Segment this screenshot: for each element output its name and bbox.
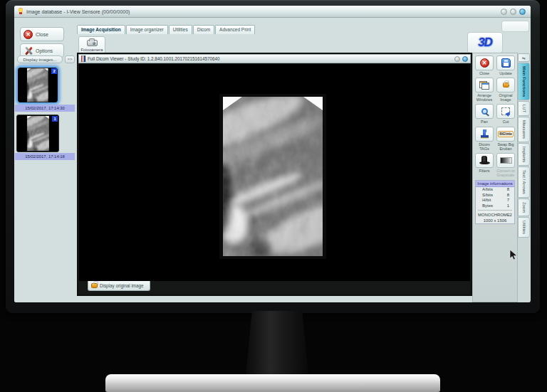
floppy-disk-icon bbox=[501, 58, 511, 68]
close-button[interactable]: Close bbox=[20, 27, 64, 41]
monitor-stand-neck bbox=[246, 311, 308, 375]
display-original-image-label: Display original image bbox=[100, 283, 144, 288]
viewer-canvas[interactable] bbox=[79, 64, 470, 281]
app-icon bbox=[18, 8, 24, 16]
main-functions-panel: Close Update Arrange Windows Original Im… bbox=[472, 53, 518, 302]
thumbnail-xray-image bbox=[26, 115, 50, 152]
logo-3d-button[interactable]: 3D bbox=[467, 32, 503, 53]
thumbnail-item-1[interactable]: 2 bbox=[16, 66, 59, 104]
magnifier-icon bbox=[481, 108, 488, 115]
collapse-panel-button[interactable]: >> bbox=[65, 55, 75, 63]
side-tab-utilities[interactable]: Utilities bbox=[518, 217, 530, 238]
lock-icon bbox=[91, 283, 98, 288]
tool-pan[interactable]: Pan bbox=[474, 102, 495, 125]
grayscale-gradient-icon bbox=[500, 157, 512, 164]
minimize-button[interactable] bbox=[501, 9, 507, 15]
fotocamera-label: Fotocamera bbox=[81, 48, 103, 52]
side-tab-lut[interactable]: LUT bbox=[518, 101, 530, 116]
lock-icon bbox=[503, 83, 509, 88]
image-informations-header: Image informations bbox=[476, 181, 514, 187]
info-row-hbit: H/bit7 bbox=[476, 198, 514, 203]
tab-utilities[interactable]: Utilities bbox=[169, 25, 192, 34]
stamp-icon bbox=[480, 129, 489, 139]
toolbar-group-box bbox=[501, 21, 529, 32]
big-endian-icon: BIGlittle bbox=[498, 131, 514, 137]
side-tab-implants[interactable]: Implants bbox=[518, 143, 530, 166]
xray-image[interactable] bbox=[219, 94, 326, 259]
cut-selection-icon bbox=[501, 107, 510, 115]
mouse-cursor bbox=[509, 249, 518, 260]
viewer-title: Full Dicom Viewer - Study ID: 1.2.840.10… bbox=[88, 56, 219, 61]
thumbnail-badge: 2 bbox=[51, 68, 57, 74]
image-dimensions-value: 1000 x 1506 bbox=[476, 218, 514, 223]
image-informations-panel: Image informations A/bits8 S/bits8 H/bit… bbox=[475, 180, 515, 224]
app-titlebar: Image database - I-View Sensore (00/00/0… bbox=[14, 6, 531, 18]
viewer-bottom-strip: Display original image bbox=[79, 281, 470, 294]
app-title: Image database - I-View Sensore (00/00/0… bbox=[26, 9, 130, 14]
thumbnail-xray-image bbox=[26, 68, 49, 102]
info-row-abits: A/bits8 bbox=[476, 187, 514, 193]
side-tab-measures[interactable]: Measures bbox=[518, 117, 530, 142]
close-icon bbox=[24, 30, 33, 39]
logo-3d-text: 3D bbox=[478, 36, 492, 50]
display-images-header[interactable]: Display images... bbox=[17, 55, 63, 63]
thumbnail-badge: 1 bbox=[52, 116, 58, 122]
side-tab-text-arrows[interactable]: Text / Arrows bbox=[518, 166, 530, 198]
arrange-windows-icon bbox=[479, 81, 489, 90]
thumbnail-panel: 2 15/02/2017, 17:14:30 1 15/02/2017, 17:… bbox=[14, 65, 75, 302]
photometric-value: MONOCHROME2 bbox=[476, 212, 514, 218]
close-window-button[interactable] bbox=[519, 9, 526, 15]
tool-cut[interactable]: Cut bbox=[495, 102, 516, 125]
tools-icon bbox=[24, 46, 33, 55]
tool-close[interactable]: Close bbox=[474, 54, 495, 76]
thumbnail-item-2[interactable]: 1 bbox=[16, 115, 59, 152]
side-tabstrip: ⇆ Main Functions LUT Measures Implants T… bbox=[518, 53, 530, 302]
monitor-stand-base bbox=[105, 374, 440, 392]
tool-filters[interactable]: Filters bbox=[474, 152, 495, 178]
tool-original-image[interactable]: Original Image bbox=[495, 76, 516, 102]
viewer-window-controls bbox=[454, 56, 468, 62]
tool-arrange-windows[interactable]: Arrange Windows bbox=[474, 76, 495, 102]
tab-image-acquisition[interactable]: Image Acquisition bbox=[77, 25, 125, 34]
side-tab-main-functions[interactable]: Main Functions bbox=[518, 63, 530, 100]
thumbnail-date: 15/02/2017, 17:14:30 bbox=[15, 105, 75, 112]
tab-advanced-print[interactable]: Advanced Print bbox=[215, 25, 255, 34]
panel-expand-icon[interactable]: ⇆ bbox=[518, 53, 530, 62]
window-controls bbox=[501, 9, 526, 15]
options-button-label: Options bbox=[36, 48, 53, 53]
tool-convert-grayscale[interactable]: Convert to Grayscale bbox=[495, 152, 516, 178]
tool-update[interactable]: Update bbox=[495, 54, 516, 76]
camera-icon bbox=[87, 40, 98, 46]
side-tab-zoom[interactable]: Zoom bbox=[518, 198, 530, 216]
display-original-image-tab[interactable]: Display original image bbox=[88, 281, 150, 291]
close-icon bbox=[480, 58, 489, 68]
magic-hat-icon bbox=[479, 156, 490, 164]
tab-image-organizer[interactable]: Image organizer bbox=[126, 25, 168, 34]
ribbon-tabstrip: Image Acquisition Image organizer Utilit… bbox=[77, 25, 255, 34]
dicom-viewer-window: Full Dicom Viewer - Study ID: 1.2.840.10… bbox=[77, 53, 472, 296]
tool-dicom-tags[interactable]: Dicom TAGs bbox=[474, 125, 495, 152]
thumbnail-date: 15/02/2017, 17:14:18 bbox=[15, 153, 75, 160]
viewer-titlebar[interactable]: Full Dicom Viewer - Study ID: 1.2.840.10… bbox=[78, 54, 471, 63]
tool-swap-big-endian[interactable]: BIGlittle Swap Big Endian bbox=[495, 125, 516, 152]
close-button-label: Close bbox=[36, 32, 48, 37]
tab-dicom[interactable]: Dicom bbox=[193, 25, 214, 34]
app-window: Image database - I-View Sensore (00/00/0… bbox=[14, 6, 531, 302]
viewer-close-button[interactable] bbox=[462, 56, 468, 62]
info-row-sbits: S/bits8 bbox=[476, 193, 514, 198]
viewer-minimize-button[interactable] bbox=[454, 56, 460, 62]
info-row-bytes: Bytes1 bbox=[476, 203, 514, 209]
divider bbox=[478, 210, 512, 211]
tool-button-grid: Close Update Arrange Windows Original Im… bbox=[474, 54, 516, 178]
maximize-button[interactable] bbox=[510, 9, 516, 15]
viewer-icon bbox=[81, 55, 85, 62]
